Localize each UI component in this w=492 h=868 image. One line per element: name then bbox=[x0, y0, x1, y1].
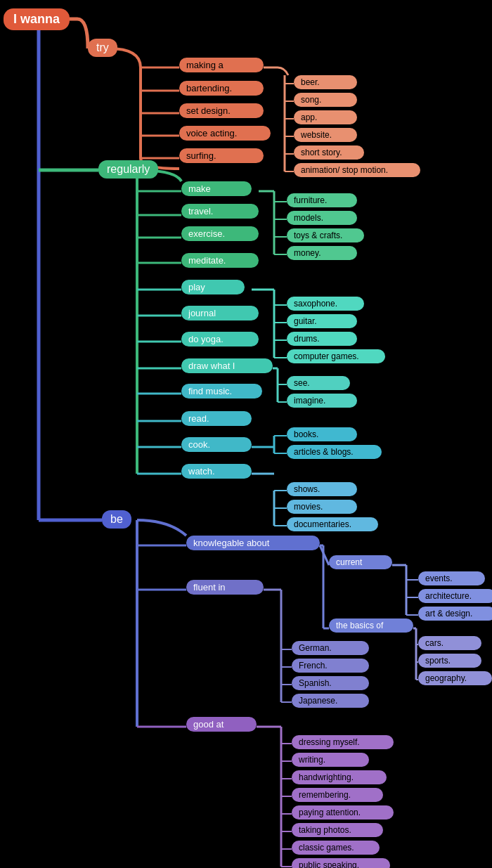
set-design-node: set design. bbox=[179, 103, 264, 118]
taking-photos-node: taking photos. bbox=[292, 823, 383, 837]
do-yoga-node: do yoga. bbox=[181, 332, 259, 346]
furniture-node: furniture. bbox=[287, 193, 357, 207]
drums-node: drums. bbox=[287, 332, 357, 346]
events-node: events. bbox=[418, 571, 485, 585]
regularly-node: regularly bbox=[98, 160, 158, 179]
books-node: books. bbox=[287, 427, 357, 441]
knowlegable-node: knowlegable about bbox=[186, 536, 320, 550]
models-node: models. bbox=[287, 211, 357, 225]
watch-node: watch. bbox=[181, 464, 252, 479]
architecture-node: architecture. bbox=[418, 589, 492, 603]
svg-line-58 bbox=[320, 545, 329, 565]
art-design-node: art & design. bbox=[418, 607, 492, 621]
fluent-in-node: fluent in bbox=[186, 580, 264, 595]
paying-attention-node: paying attention. bbox=[292, 805, 394, 820]
german-node: German. bbox=[292, 641, 369, 655]
voice-acting-node: voice acting. bbox=[179, 126, 271, 141]
shows-node: shows. bbox=[287, 482, 357, 496]
journal-node: journal bbox=[181, 306, 259, 320]
spanish-node: Spanish. bbox=[292, 676, 369, 690]
song-node: song. bbox=[294, 93, 357, 107]
handwriting-node: handwrighting. bbox=[292, 770, 387, 784]
remembering-node: remembering. bbox=[292, 788, 383, 802]
writing-node: writing. bbox=[292, 753, 369, 767]
imagine-node: imagine. bbox=[287, 394, 357, 408]
play-node: play bbox=[181, 280, 245, 294]
sports-node: sports. bbox=[418, 654, 481, 668]
root-node: I wanna bbox=[4, 8, 70, 30]
bartending-node: bartending. bbox=[179, 81, 264, 96]
website-node: website. bbox=[294, 128, 357, 142]
dressing-node: dressing myself. bbox=[292, 735, 394, 749]
meditate-node: meditate. bbox=[181, 253, 259, 268]
make-node: make bbox=[181, 181, 252, 196]
mind-map: I wanna try making a bartending. set des… bbox=[0, 0, 492, 868]
articles-blogs-node: articles & blogs. bbox=[287, 445, 382, 459]
try-node: try bbox=[88, 39, 117, 57]
japanese-node: Japanese. bbox=[292, 694, 369, 708]
saxophone-node: saxophone. bbox=[287, 297, 364, 311]
geography-node: geography. bbox=[418, 671, 492, 685]
guitar-node: guitar. bbox=[287, 314, 357, 328]
short-story-node: short story. bbox=[294, 145, 364, 160]
money-node: money. bbox=[287, 246, 357, 260]
good-at-node: good at bbox=[186, 717, 257, 732]
find-music-node: find music. bbox=[181, 384, 262, 399]
public-speaking-node: public speaking. bbox=[292, 858, 390, 868]
documentaries-node: documentaries. bbox=[287, 517, 378, 531]
beer-node: beer. bbox=[294, 75, 357, 89]
classic-games-node: classic games. bbox=[292, 841, 380, 855]
movies-node: movies. bbox=[287, 500, 357, 514]
current-node: current bbox=[329, 555, 392, 569]
travel-node: travel. bbox=[181, 204, 259, 219]
app-node: app. bbox=[294, 110, 357, 124]
exercise-node: exercise. bbox=[181, 226, 259, 241]
computer-games-node: computer games. bbox=[287, 349, 385, 363]
animation-node: animation/ stop motion. bbox=[294, 163, 420, 177]
surfing-node: surfing. bbox=[179, 148, 264, 163]
be-node: be bbox=[102, 510, 131, 529]
basics-of-node: the basics of bbox=[329, 618, 413, 633]
french-node: French. bbox=[292, 659, 369, 673]
draw-what-node: draw what I bbox=[181, 358, 273, 373]
toys-crafts-node: toys & crafts. bbox=[287, 228, 364, 242]
cook-node: cook. bbox=[181, 437, 252, 452]
see-node: see. bbox=[287, 376, 350, 390]
making-a-node: making a bbox=[179, 58, 264, 72]
read-node: read. bbox=[181, 411, 252, 426]
cars-node: cars. bbox=[418, 636, 481, 650]
